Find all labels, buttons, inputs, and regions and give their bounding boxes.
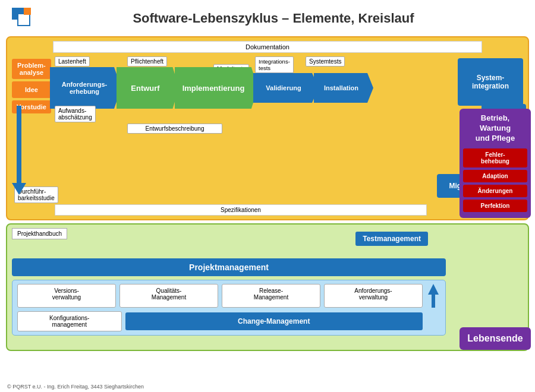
change-row: Konfigurations-management Change-Managem… [17, 311, 440, 331]
entwurfsbeschreibung-label: Entwurfsbeschreibung [127, 124, 222, 134]
projektmanagement-label: Projektmanagement [189, 263, 269, 272]
anforderung-arrow: Anforderungs-erhebung [50, 67, 121, 109]
testmanagement-box: Testmanagement [355, 232, 428, 246]
lebensende-label: Lebensende [467, 333, 523, 343]
spezifikationen-label: Spezifikationen [55, 204, 427, 216]
svg-rect-5 [17, 106, 21, 183]
top-row: Projekthandbuch Testmanagement [12, 228, 523, 242]
outer-box: Dokumentation Problem-analyse Idee V [6, 36, 529, 220]
entwurf-arrow: Entwurf [117, 67, 179, 109]
logo-icon [9, 5, 42, 31]
konfig-label: Konfigurations-management [49, 315, 89, 328]
page: Software-Lebenszyklus – Elemente, Kreisl… [0, 0, 535, 392]
svg-rect-10 [432, 295, 435, 308]
page-title: Software-Lebenszyklus – Elemente, Kreisl… [54, 11, 526, 26]
idee-box: Idee [12, 81, 51, 98]
versions-label: Versions-verwaltung [52, 287, 81, 301]
lastenheft-label: Lastenheft [55, 56, 90, 67]
betrieb-box: Betrieb,Wartungund Pflege Fehler-behebun… [460, 109, 531, 218]
qualitaets-box: Qualitäts-Management [119, 284, 218, 308]
svg-rect-2 [18, 14, 30, 26]
systemintegration-box: System-integration [458, 58, 523, 106]
anforderungs-label: Anforderungs-verwaltung [354, 287, 392, 301]
problem-analyse-box: Problem-analyse [12, 59, 51, 79]
projektmanagement-bar: Projektmanagement [12, 258, 446, 276]
implementierung-label: Implementierung [182, 84, 245, 93]
lower-section: Betrieb,Wartungund Pflege Fehler-behebun… [6, 223, 529, 351]
projekthandbuch-label: Projekthandbuch [12, 228, 67, 239]
svg-marker-6 [12, 183, 26, 195]
systemtests-label: Systemtests [306, 56, 345, 67]
testmanagement-label: Testmanagement [363, 235, 421, 243]
implementierung-arrow: Implementierung [175, 67, 258, 109]
svg-marker-9 [428, 284, 439, 295]
svg-rect-3 [24, 8, 31, 15]
dokumentation-label: Dokumentation [53, 41, 482, 53]
release-label: Release-Management [254, 287, 288, 301]
installation-arrow: Installation [314, 73, 373, 103]
aenderungen-item: Änderungen [463, 185, 527, 197]
pflichtenheft-label: Pflichtenheft [127, 56, 167, 67]
diagram: Dokumentation Problem-analyse Idee V [6, 36, 529, 351]
lebensende-box: Lebensende [460, 327, 531, 350]
versions-box: Versions-verwaltung [17, 284, 116, 308]
fehler-item: Fehler-behebung [463, 148, 527, 167]
aufwands-label: Aufwands-abschätzung [55, 106, 96, 122]
validierung-arrow: Validierung [253, 73, 319, 103]
adaption-item: Adaption [463, 170, 527, 182]
header: Software-Lebenszyklus – Elemente, Kreisl… [0, 0, 535, 34]
lower-inner: Versions-verwaltung Qualitäts-Management… [12, 280, 446, 336]
systemintegration-label: System-integration [472, 74, 509, 90]
mgmt-grid: Versions-verwaltung Qualitäts-Management… [17, 284, 440, 308]
change-label: Change-Management [238, 317, 310, 325]
validierung-label: Validierung [266, 84, 301, 91]
betrieb-title: Betrieb,Wartungund Pflege [463, 113, 527, 144]
konfig-box: Konfigurations-management [17, 311, 122, 331]
anforderung-label: Anforderungs-erhebung [62, 81, 107, 95]
anforderungs-box: Anforderungs-verwaltung [324, 284, 423, 308]
entwurf-label: Entwurf [131, 84, 159, 93]
qualitaets-label: Qualitäts-Management [152, 287, 186, 301]
arrow-area: Lastenheft Pflichtenheft Modultests Inte… [50, 55, 523, 219]
release-box: Release-Management [222, 284, 320, 308]
perfektion-item: Perfektion [463, 200, 527, 212]
integrationstests-label: Integrations-tests [255, 56, 294, 73]
up-arrow-icon [426, 284, 440, 308]
installation-label: Installation [324, 84, 358, 91]
change-mgmt-box: Change-Management [125, 312, 423, 330]
footer: © PQRST e.U. - Ing. Erich Freitag, 3443 … [7, 384, 144, 390]
